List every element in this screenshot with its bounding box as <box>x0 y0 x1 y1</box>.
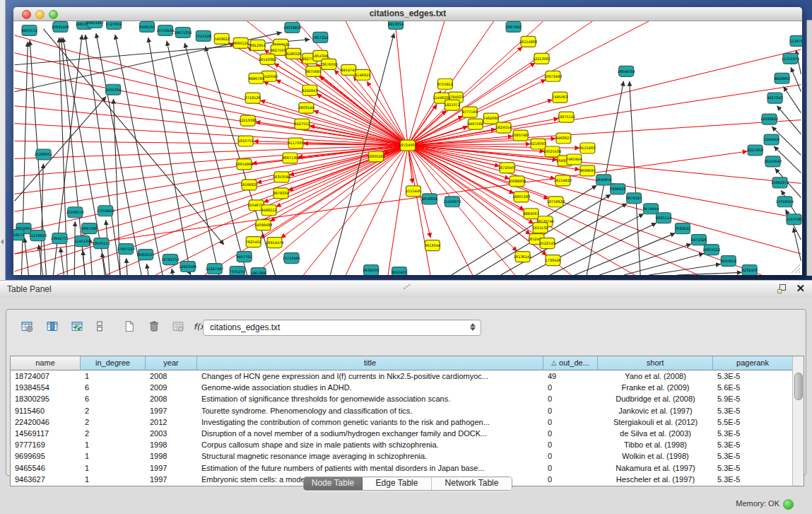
graph-node[interactable]: 10719184 <box>156 25 174 35</box>
table-cell[interactable]: 2 <box>81 416 146 428</box>
graph-node[interactable]: 9896799 <box>249 73 264 83</box>
graph-node[interactable]: 16353594 <box>273 172 290 182</box>
graph-node[interactable]: 1640954 <box>596 175 611 185</box>
table-cell[interactable]: 1 <box>81 462 146 474</box>
graph-node[interactable]: 14099489 <box>254 220 272 230</box>
graph-node[interactable]: 7632621 <box>675 223 690 234</box>
table-cell[interactable]: 18724007 <box>11 370 81 382</box>
table-cell[interactable]: 5.3E-5 <box>713 370 793 382</box>
column-header-outde[interactable]: △out_de... <box>543 356 598 370</box>
table-cell[interactable]: 5.3E-5 <box>713 474 793 485</box>
table-cell[interactable]: 2012 <box>146 416 197 428</box>
graph-node[interactable]: 8186328 <box>286 48 301 59</box>
graph-node[interactable]: 23676008 <box>320 59 338 69</box>
graph-node[interactable]: 20691406 <box>52 21 69 32</box>
column-header-name[interactable]: name <box>11 356 81 370</box>
graph-node[interactable]: 13505115 <box>93 238 110 249</box>
select-all-icon[interactable] <box>69 319 85 333</box>
table-cell[interactable]: Structural magnetic resonance image aver… <box>197 450 543 462</box>
graph-node[interactable]: 9245652 <box>721 256 736 267</box>
graph-node[interactable]: 9875685 <box>305 66 321 76</box>
graph-node[interactable]: 8910405 <box>392 267 407 275</box>
graph-node[interactable]: 8215958 <box>748 145 763 156</box>
table-cell[interactable]: 0 <box>543 474 598 485</box>
table-cell[interactable]: 2 <box>81 405 146 416</box>
graph-node[interactable]: 10973493 <box>544 71 562 81</box>
table-row[interactable]: 1456911722003Disruption of a novel membe… <box>11 428 793 439</box>
close-panel-icon[interactable]: ✕ <box>796 283 805 294</box>
graph-node[interactable]: 10688809 <box>508 176 526 187</box>
graph-node[interactable]: 17957223 <box>117 244 134 255</box>
graph-node[interactable]: 16154923 <box>554 175 572 186</box>
graph-node[interactable]: 7463822 <box>214 33 230 44</box>
graph-node[interactable]: 1967309 <box>251 268 266 275</box>
table-cell[interactable]: 0 <box>543 450 598 462</box>
graph-node[interactable]: 9115460 <box>579 143 595 153</box>
graph-node[interactable]: 9397588 <box>81 223 97 234</box>
table-cell[interactable]: 6 <box>81 393 146 404</box>
table-row[interactable]: 1872400712008Changes of HCN gene express… <box>11 370 793 382</box>
table-cell[interactable]: 1 <box>81 474 146 485</box>
graph-node[interactable]: 7462660 <box>483 113 499 124</box>
graph-node[interactable]: 15692971 <box>771 177 789 188</box>
table-mode-icon[interactable] <box>19 319 35 333</box>
graph-node[interactable]: 10756928 <box>547 197 565 207</box>
graph-node[interactable]: 12975115 <box>558 112 575 122</box>
resize-grip-icon[interactable] <box>791 264 801 274</box>
import-table-icon[interactable] <box>170 319 186 333</box>
table-cell[interactable]: 0 <box>543 416 598 428</box>
table-cell[interactable]: Corpus callosum shape and size in male p… <box>197 439 543 450</box>
table-row[interactable]: 1830029562008Estimation of significance … <box>11 393 793 404</box>
panel-resize-handle[interactable] <box>401 281 411 289</box>
graph-node[interactable]: 12213967 <box>533 53 551 64</box>
column-header-title[interactable]: title <box>197 356 543 370</box>
graph-node[interactable]: 7515526 <box>196 30 211 41</box>
table-vertical-scrollbar[interactable] <box>792 356 804 486</box>
table-cell[interactable]: 0 <box>543 428 598 439</box>
graph-node[interactable]: 9634509 <box>363 265 379 275</box>
graph-node[interactable]: 8471626 <box>691 235 707 245</box>
column-header-year[interactable]: year <box>146 356 197 370</box>
graph-node[interactable]: 16136141 <box>514 252 531 262</box>
table-cell[interactable]: 5.9E-5 <box>713 393 793 404</box>
graph-node[interactable]: 18807293 <box>512 192 530 202</box>
table-cell[interactable]: Hescheler et al. (1997) <box>598 474 713 485</box>
table-cell[interactable]: 1 <box>81 370 146 382</box>
graph-node[interactable]: 9884067 <box>523 209 539 219</box>
graph-node[interactable]: 5938923 <box>610 184 625 194</box>
graph-node[interactable]: 9919171 <box>13 230 25 240</box>
graph-node[interactable]: 2005334 <box>105 84 121 95</box>
table-cell[interactable]: Yano et al. (2008) <box>598 370 713 382</box>
graph-node[interactable]: 13942757 <box>51 233 69 244</box>
graph-node[interactable]: 8667130 <box>282 153 298 163</box>
graph-node[interactable]: 1733426 <box>545 255 560 266</box>
table-cell[interactable]: 5.6E-5 <box>713 382 793 393</box>
table-row[interactable]: 977716911998Corpus callosum shape and si… <box>11 439 793 450</box>
graph-node[interactable]: 10654112 <box>702 245 720 255</box>
table-cell[interactable]: 1997 <box>146 405 197 416</box>
table-row[interactable]: 946554611997Estimation of the future num… <box>11 462 793 474</box>
table-cell[interactable]: 1997 <box>146 474 197 485</box>
table-cell[interactable]: 1997 <box>146 462 197 474</box>
graph-node[interactable]: 16914479 <box>266 238 283 248</box>
graph-node[interactable]: 10025438 <box>543 146 561 157</box>
table-cell[interactable]: 9463627 <box>11 474 81 485</box>
graph-node[interactable]: 2935114 <box>656 213 671 223</box>
graph-node[interactable]: 15458972 <box>443 197 461 207</box>
graph-node[interactable]: 8878334 <box>273 188 288 199</box>
graph-node[interactable]: 8813054 <box>388 21 404 29</box>
table-cell[interactable]: Changes of HCN gene expression and I(f) … <box>197 370 543 382</box>
table-cell[interactable]: 5.3E-5 <box>713 450 793 462</box>
row-tools-icon[interactable] <box>92 319 107 333</box>
graph-node[interactable]: 9755812 <box>437 78 453 89</box>
graph-node[interactable]: 7625402 <box>246 237 261 247</box>
table-cell[interactable]: Nakamura et al. (1997) <box>598 462 713 474</box>
table-cell[interactable]: Estimation of significance thresholds fo… <box>197 393 543 404</box>
graph-node[interactable]: 11156829 <box>29 230 47 241</box>
graph-node[interactable]: 2803144 <box>298 103 314 113</box>
table-cell[interactable]: 2009 <box>146 382 197 393</box>
graph-node[interactable]: 16958107 <box>136 250 154 260</box>
table-cell[interactable]: Dudbridge et al. (2008) <box>598 393 713 404</box>
table-cell[interactable]: 9699695 <box>11 450 81 462</box>
table-cell[interactable]: Investigating the contribution of common… <box>197 416 543 428</box>
